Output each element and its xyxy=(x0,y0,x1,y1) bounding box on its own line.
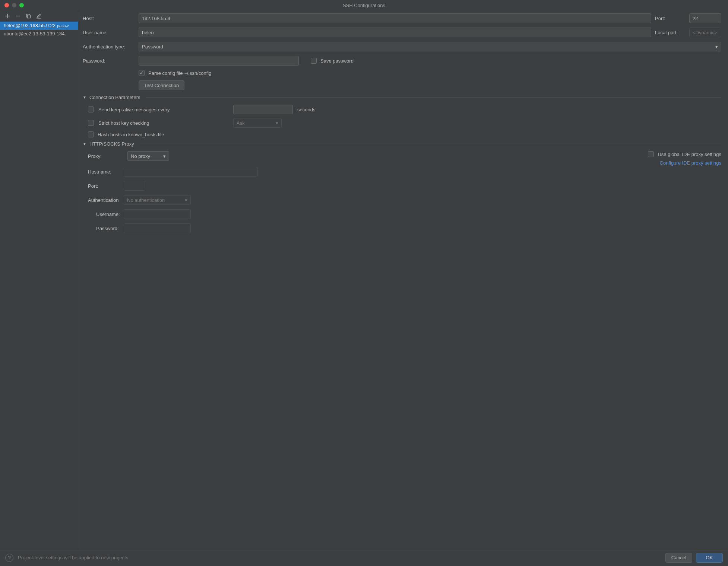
keepalive-input[interactable] xyxy=(233,105,293,114)
list-item-label: ubuntu@ec2-13-53-139-134. xyxy=(4,31,66,36)
section-title: HTTP/SOCKS Proxy xyxy=(89,141,134,147)
hash-hosts-checkbox[interactable] xyxy=(88,131,94,137)
list-item[interactable]: helen@192.168.55.9:22passw xyxy=(0,22,78,30)
strict-hostkey-value: Ask xyxy=(237,120,245,126)
password-label: Password: xyxy=(83,58,135,64)
hash-hosts-label: Hash hosts in known_hosts file xyxy=(98,132,164,137)
save-password-checkbox[interactable] xyxy=(311,58,317,64)
titlebar: SSH Configurations xyxy=(0,0,728,10)
proxy-hostname-input xyxy=(124,167,258,177)
save-password-label: Save password xyxy=(320,58,354,64)
strict-hostkey-label: Strict host key checking xyxy=(98,120,229,126)
parse-config-checkbox[interactable] xyxy=(139,70,145,76)
keepalive-checkbox[interactable] xyxy=(88,106,94,112)
host-label: Host: xyxy=(83,16,135,21)
username-input[interactable] xyxy=(139,28,651,37)
list-item[interactable]: ubuntu@ec2-13-53-139-134. xyxy=(0,30,78,38)
proxy-auth-label: Authentication xyxy=(88,197,124,203)
window-title: SSH Configurations xyxy=(0,3,728,8)
window-close-button[interactable] xyxy=(4,3,9,7)
localport-input xyxy=(689,28,721,37)
add-icon[interactable] xyxy=(4,13,10,19)
copy-icon[interactable] xyxy=(25,13,31,19)
proxy-select[interactable]: No proxy ▾ xyxy=(127,151,169,161)
chevron-down-icon: ▼ xyxy=(83,142,86,146)
proxy-auth-select: No authentication ▾ xyxy=(124,195,191,205)
proxy-port-label: Port: xyxy=(88,183,124,189)
parse-config-label: Parse config file ~/.ssh/config xyxy=(148,70,211,76)
keepalive-suffix: seconds xyxy=(297,107,315,112)
chevron-down-icon: ▾ xyxy=(715,44,718,50)
username-label: User name: xyxy=(83,30,135,35)
use-global-proxy-checkbox[interactable] xyxy=(648,151,654,157)
chevron-down-icon: ▾ xyxy=(185,197,187,203)
section-proxy[interactable]: ▼ HTTP/SOCKS Proxy xyxy=(83,141,721,147)
port-input[interactable] xyxy=(689,13,721,23)
proxy-value: No proxy xyxy=(131,153,150,159)
proxy-pass-input xyxy=(124,223,191,233)
proxy-user-label: Username: xyxy=(88,212,124,217)
help-icon[interactable]: ? xyxy=(5,554,13,562)
section-connection-params[interactable]: ▼ Connection Parameters xyxy=(83,95,721,100)
footer: ? Project-level settings will be applied… xyxy=(0,549,728,566)
section-title: Connection Parameters xyxy=(89,95,140,100)
proxy-user-input xyxy=(124,209,191,219)
edit-icon[interactable] xyxy=(36,13,42,19)
proxy-pass-label: Password: xyxy=(88,226,124,231)
list-item-suffix: passw xyxy=(57,23,69,28)
proxy-auth-value: No authentication xyxy=(127,197,165,203)
password-input[interactable] xyxy=(139,56,299,66)
chevron-down-icon: ▾ xyxy=(276,120,278,126)
config-list: helen@192.168.55.9:22passw ubuntu@ec2-13… xyxy=(0,22,78,549)
configure-proxy-link[interactable]: Configure IDE proxy settings xyxy=(660,160,721,166)
port-label: Port: xyxy=(655,16,686,21)
ok-button[interactable]: OK xyxy=(696,553,723,563)
remove-icon[interactable] xyxy=(15,13,21,19)
strict-hostkey-select: Ask ▾ xyxy=(233,118,282,128)
strict-hostkey-checkbox[interactable] xyxy=(88,120,94,126)
window-minimize-button[interactable] xyxy=(12,3,16,7)
test-connection-button[interactable]: Test Connection xyxy=(139,80,184,90)
svg-rect-1 xyxy=(28,15,31,18)
proxy-label: Proxy: xyxy=(88,153,124,159)
main-panel: Host: Port: User name: Local port: Authe… xyxy=(78,10,728,549)
authtype-select[interactable]: Password ▾ xyxy=(139,42,721,51)
authtype-value: Password xyxy=(142,44,163,50)
proxy-hostname-label: Hostname: xyxy=(88,169,124,175)
list-item-label: helen@192.168.55.9:22 xyxy=(4,23,56,28)
chevron-down-icon: ▾ xyxy=(163,153,166,159)
authtype-label: Authentication type: xyxy=(83,44,135,50)
window-maximize-button[interactable] xyxy=(19,3,24,7)
keepalive-label: Send keep-alive messages every xyxy=(98,107,229,112)
localport-label: Local port: xyxy=(655,30,686,35)
footer-hint: Project-level settings will be applied t… xyxy=(18,555,128,560)
use-global-proxy-label: Use global IDE proxy settings xyxy=(658,152,721,157)
proxy-port-input xyxy=(124,181,145,191)
chevron-down-icon: ▼ xyxy=(83,95,86,99)
cancel-button[interactable]: Cancel xyxy=(665,553,692,563)
sidebar: helen@192.168.55.9:22passw ubuntu@ec2-13… xyxy=(0,10,78,549)
host-input[interactable] xyxy=(139,13,651,23)
